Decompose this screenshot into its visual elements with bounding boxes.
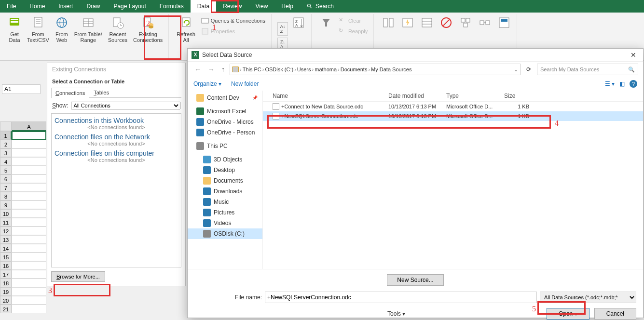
tree-item-content-dev[interactable]: Content Dev📌 xyxy=(188,93,262,103)
select-all-corner[interactable] xyxy=(0,121,12,131)
cell-a8[interactable] xyxy=(12,192,46,200)
tab-draw[interactable]: Draw xyxy=(80,0,107,13)
tree-item-music[interactable]: Music xyxy=(188,197,262,207)
cancel-button[interactable]: Cancel xyxy=(594,308,636,320)
properties-button[interactable]: Properties xyxy=(199,27,267,36)
connections-tab[interactable]: CConnectionsonnections xyxy=(51,88,89,98)
filename-input[interactable] xyxy=(265,292,537,303)
tree-item-microsoft-excel[interactable]: Microsoft Excel xyxy=(188,106,262,117)
browse-for-more-button[interactable]: Browse for More... xyxy=(51,271,105,282)
row-header-19[interactable]: 19 xyxy=(0,287,12,296)
row-header-10[interactable]: 10 xyxy=(0,209,12,218)
from-textcsv-button[interactable]: From Text/CSV xyxy=(24,14,52,59)
row-header-2[interactable]: 2 xyxy=(0,140,12,148)
cell-a15[interactable] xyxy=(12,253,46,261)
row-header-9[interactable]: 9 xyxy=(0,200,12,209)
close-button[interactable]: ✕ xyxy=(628,51,639,59)
tree-item-documents[interactable]: Documents xyxy=(188,175,262,186)
row-header-13[interactable]: 13 xyxy=(0,235,12,244)
clear-filter-button[interactable]: ✕Clear xyxy=(337,16,370,26)
tree-item-this-pc[interactable]: This PC xyxy=(188,141,262,151)
tab-home[interactable]: Home xyxy=(23,0,52,13)
file-row[interactable]: +NewSQLServerConnection.odc10/13/2017 6:… xyxy=(263,111,643,121)
cell-a21[interactable] xyxy=(12,305,46,313)
recent-sources-button[interactable]: Recent Sources xyxy=(105,14,130,59)
cell-a16[interactable] xyxy=(12,261,46,270)
tree-item-onedrive-person[interactable]: OneDrive - Person xyxy=(188,127,262,138)
show-dropdown[interactable]: All Connections xyxy=(71,102,180,109)
nav-back[interactable]: ← xyxy=(192,66,203,73)
cell-a11[interactable] xyxy=(12,218,46,227)
tree-item-desktop[interactable]: Desktop xyxy=(188,165,262,175)
file-list-header[interactable]: Name Date modified Type Size xyxy=(263,91,643,102)
cell-a9[interactable] xyxy=(12,200,46,209)
row-header-1[interactable]: 1 xyxy=(0,131,12,140)
tree-item-pictures[interactable]: Pictures xyxy=(188,207,262,218)
cell-a17[interactable] xyxy=(12,270,46,279)
row-header-17[interactable]: 17 xyxy=(0,270,12,279)
nav-forward[interactable]: → xyxy=(206,66,217,73)
row-header-4[interactable]: 4 xyxy=(0,157,12,166)
row-header-3[interactable]: 3 xyxy=(0,148,12,157)
view-options[interactable]: ☰ ▾ xyxy=(605,80,615,87)
col-header-a[interactable]: A xyxy=(12,121,46,131)
queries-connections-button[interactable]: Queries & Connections xyxy=(199,16,267,26)
tab-formulas[interactable]: Formulas xyxy=(153,0,191,13)
sort-az-button[interactable]: A↓Z xyxy=(277,22,288,36)
tree-item-osdisk-c-[interactable]: OSDisk (C:) xyxy=(188,228,262,239)
from-web-button[interactable]: From Web xyxy=(52,14,71,59)
address-bar[interactable]: › This PC› OSDisk (C:)› Users› mathoma› … xyxy=(230,64,521,75)
folder-tree[interactable]: Content Dev📌Microsoft ExcelOneDrive - Mi… xyxy=(188,91,263,269)
cell-a2[interactable] xyxy=(12,140,46,148)
preview-pane-toggle[interactable]: ◧ xyxy=(619,80,625,87)
tab-review[interactable]: Review xyxy=(216,0,248,13)
tree-item-videos[interactable]: Videos xyxy=(188,218,262,228)
tables-tab[interactable]: Tables xyxy=(89,87,113,97)
tab-data[interactable]: Data xyxy=(191,0,216,13)
cell-a7[interactable] xyxy=(12,183,46,192)
row-header-21[interactable]: 21 xyxy=(0,305,12,313)
nav-up[interactable]: ↑ xyxy=(219,66,227,73)
tab-file[interactable]: File xyxy=(0,0,23,13)
cell-a14[interactable] xyxy=(12,244,46,253)
tab-insert[interactable]: Insert xyxy=(52,0,80,13)
row-header-7[interactable]: 7 xyxy=(0,183,12,192)
cell-a10[interactable] xyxy=(12,209,46,218)
cell-a19[interactable] xyxy=(12,287,46,296)
tree-item-3d-objects[interactable]: 3D Objects xyxy=(188,154,262,165)
cell-a5[interactable] xyxy=(12,166,46,174)
organize-menu[interactable]: Organize ▾ xyxy=(193,80,221,87)
new-folder-button[interactable]: New folder xyxy=(231,80,259,87)
file-row[interactable]: +Connect to New Data Source.odc10/13/201… xyxy=(263,102,643,111)
row-header-14[interactable]: 14 xyxy=(0,244,12,253)
row-header-5[interactable]: 5 xyxy=(0,166,12,174)
open-button[interactable]: Open ▾ xyxy=(547,308,589,320)
cell-a3[interactable] xyxy=(12,148,46,157)
tell-me-search[interactable]: Search xyxy=(300,0,341,13)
row-header-6[interactable]: 6 xyxy=(0,174,12,183)
tab-pagelayout[interactable]: Page Layout xyxy=(107,0,152,13)
cell-a1[interactable] xyxy=(12,131,46,140)
tools-menu[interactable]: Tools ▾ xyxy=(194,310,405,317)
row-header-12[interactable]: 12 xyxy=(0,227,12,235)
get-data-button[interactable]: Get Data xyxy=(5,14,24,59)
reapply-filter-button[interactable]: ↻Reapply xyxy=(337,27,370,36)
row-header-8[interactable]: 8 xyxy=(0,192,12,200)
from-table-button[interactable]: From Table/ Range xyxy=(71,14,105,59)
file-type-filter[interactable]: All Data Sources (*.odc;*.mdb;* xyxy=(540,292,636,303)
tab-view[interactable]: View xyxy=(249,0,275,13)
cell-a18[interactable] xyxy=(12,279,46,287)
help-button[interactable]: ? xyxy=(630,80,637,88)
cell-a13[interactable] xyxy=(12,235,46,244)
tree-item-downloads[interactable]: Downloads xyxy=(188,186,262,197)
name-box[interactable] xyxy=(2,84,41,94)
cell-a20[interactable] xyxy=(12,296,46,305)
cell-a6[interactable] xyxy=(12,174,46,183)
tab-help[interactable]: Help xyxy=(274,0,300,13)
row-header-20[interactable]: 20 xyxy=(0,296,12,305)
row-header-15[interactable]: 15 xyxy=(0,253,12,261)
row-header-18[interactable]: 18 xyxy=(0,279,12,287)
row-header-11[interactable]: 11 xyxy=(0,218,12,227)
cell-a4[interactable] xyxy=(12,157,46,166)
cell-a12[interactable] xyxy=(12,227,46,235)
